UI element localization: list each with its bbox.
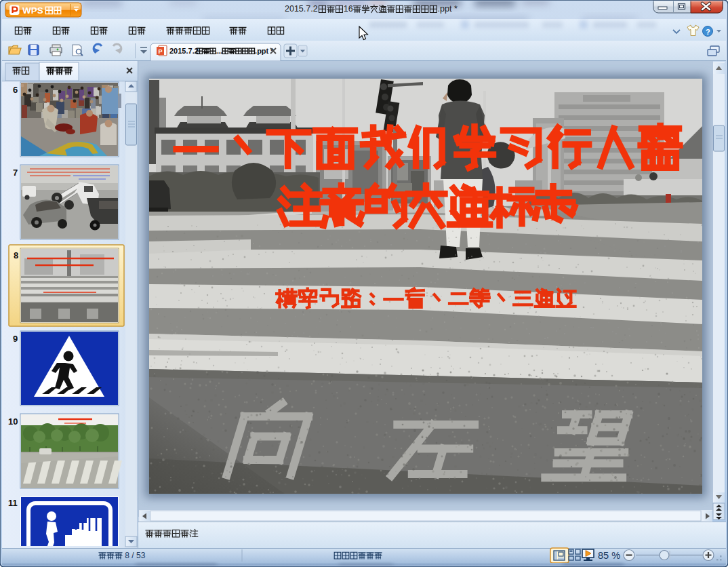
svg-text:8: 8 — [14, 250, 18, 260]
svg-text:2015.7.2: 2015.7.2 — [169, 47, 199, 55]
svg-text:85 %: 85 % — [598, 550, 620, 561]
svg-text:P: P — [159, 48, 163, 55]
svg-text:2015.7.2: 2015.7.2 — [285, 4, 318, 14]
svg-text:10: 10 — [8, 416, 18, 427]
svg-text:?: ? — [706, 28, 710, 36]
svg-text:8 / 53: 8 / 53 — [123, 551, 146, 560]
svg-text:11: 11 — [8, 498, 18, 508]
svg-text:...: ... — [216, 47, 222, 55]
svg-text:16: 16 — [344, 4, 353, 14]
svg-text:.ppt *: .ppt * — [438, 4, 458, 14]
svg-text:.ppt *: .ppt * — [255, 47, 274, 55]
svg-text:6: 6 — [13, 85, 18, 95]
svg-text:WPS: WPS — [22, 5, 43, 16]
svg-text:7: 7 — [13, 168, 18, 178]
svg-text:9: 9 — [13, 334, 18, 344]
